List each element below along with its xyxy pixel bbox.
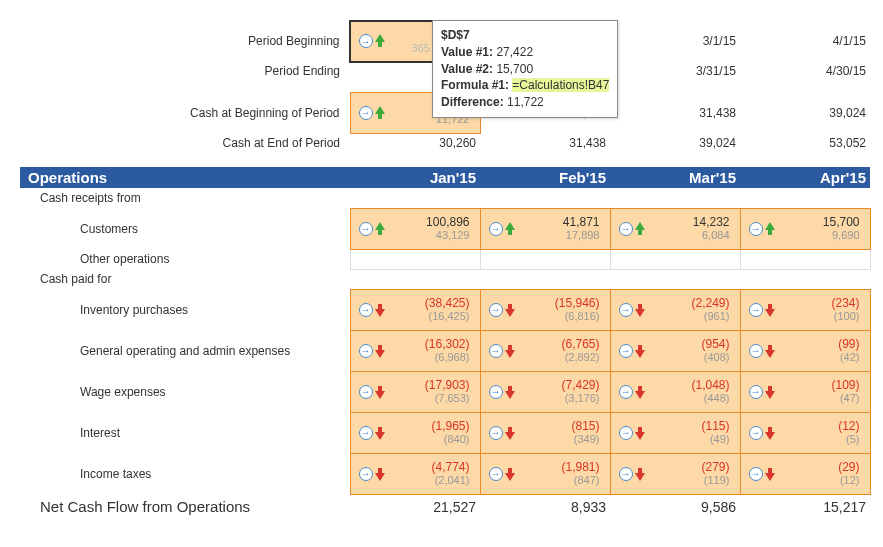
expand-icon[interactable]: →: [359, 385, 373, 399]
expand-icon[interactable]: →: [359, 467, 373, 481]
data-cell[interactable]: →(115)(49): [610, 412, 740, 453]
expand-icon[interactable]: →: [749, 426, 763, 440]
expand-icon[interactable]: →: [619, 467, 633, 481]
cell-value: (115): [701, 419, 729, 433]
cell-cash-end-mar[interactable]: 39,024: [610, 133, 740, 153]
expand-icon[interactable]: →: [619, 426, 633, 440]
data-cell[interactable]: →(7,429)(3,176): [480, 371, 610, 412]
expand-icon[interactable]: →: [489, 385, 503, 399]
expand-icon[interactable]: →: [489, 344, 503, 358]
data-cell[interactable]: →100,89643,129: [350, 208, 480, 249]
expand-icon[interactable]: →: [359, 426, 373, 440]
cell-delta: (2,892): [561, 351, 599, 364]
data-cell[interactable]: →(4,774)(2,041): [350, 453, 480, 494]
data-cell[interactable]: →(15,946)(6,816): [480, 289, 610, 330]
cell-empty[interactable]: [610, 249, 740, 269]
expand-icon[interactable]: →: [619, 344, 633, 358]
net-label: Net Cash Flow from Operations: [20, 494, 350, 517]
net-feb[interactable]: 8,933: [480, 494, 610, 517]
cell-cash-end-jan[interactable]: 30,260: [350, 133, 480, 153]
data-cell[interactable]: →14,2326,084: [610, 208, 740, 249]
arrow-down-icon: [635, 344, 645, 358]
cell-cash-end-feb[interactable]: 31,438: [480, 133, 610, 153]
data-cell[interactable]: →(6,765)(2,892): [480, 330, 610, 371]
data-cell[interactable]: →(16,302)(6,968): [350, 330, 480, 371]
cell-value: (15,946): [555, 296, 600, 310]
data-cell[interactable]: →(1,981)(847): [480, 453, 610, 494]
arrow-down-icon: [375, 467, 385, 481]
arrow-down-icon: [635, 426, 645, 440]
net-jan[interactable]: 21,527: [350, 494, 480, 517]
cell-empty[interactable]: [480, 249, 610, 269]
data-cell[interactable]: →(815)(349): [480, 412, 610, 453]
expand-icon[interactable]: →: [359, 222, 373, 236]
cell-period-begin-mar[interactable]: 3/1/15: [610, 21, 740, 62]
expand-icon[interactable]: →: [489, 303, 503, 317]
expand-icon[interactable]: →: [489, 426, 503, 440]
expand-icon[interactable]: →: [359, 344, 373, 358]
cell-period-end-mar[interactable]: 3/31/15: [610, 62, 740, 81]
cell-cash-end-apr[interactable]: 53,052: [740, 133, 870, 153]
data-cell[interactable]: →(99)(42): [740, 330, 870, 371]
cell-value: (815): [571, 419, 599, 433]
expand-icon[interactable]: →: [749, 222, 763, 236]
table-row: Other operations: [20, 249, 870, 269]
data-cell[interactable]: →(279)(119): [610, 453, 740, 494]
table-row: Interest→(1,965)(840)→(815)(349)→(115)(4…: [20, 412, 870, 453]
data-cell[interactable]: →(12)(5): [740, 412, 870, 453]
tooltip-diff: 11,722: [507, 95, 544, 109]
arrow-down-icon: [505, 385, 515, 399]
data-cell[interactable]: →(109)(47): [740, 371, 870, 412]
arrow-down-icon: [765, 467, 775, 481]
cell-delta: 43,129: [426, 229, 469, 242]
data-cell[interactable]: →(1,965)(840): [350, 412, 480, 453]
cell-value: (12): [838, 419, 859, 433]
expand-icon[interactable]: →: [749, 467, 763, 481]
cell-delta: (6,968): [425, 351, 470, 364]
cell-value: (7,429): [561, 378, 599, 392]
net-apr[interactable]: 15,217: [740, 494, 870, 517]
cell-value: 15,700: [823, 215, 860, 229]
expand-icon[interactable]: →: [619, 222, 633, 236]
cell-delta: (119): [701, 474, 729, 487]
cell-empty[interactable]: [350, 249, 480, 269]
cell-delta: (7,653): [425, 392, 470, 405]
tooltip-f1: =Calculations!B47: [512, 78, 609, 92]
expand-icon[interactable]: →: [749, 385, 763, 399]
data-cell[interactable]: →(234)(100): [740, 289, 870, 330]
data-cell[interactable]: →(954)(408): [610, 330, 740, 371]
expand-icon[interactable]: →: [619, 303, 633, 317]
data-cell[interactable]: →(17,903)(7,653): [350, 371, 480, 412]
expand-icon[interactable]: →: [489, 222, 503, 236]
data-cell[interactable]: →41,87117,898: [480, 208, 610, 249]
data-cell[interactable]: →(38,425)(16,425): [350, 289, 480, 330]
cell-delta: (408): [701, 351, 729, 364]
cell-empty[interactable]: [740, 249, 870, 269]
cell-value: 41,871: [563, 215, 600, 229]
table-row: Income taxes→(4,774)(2,041)→(1,981)(847)…: [20, 453, 870, 494]
month-feb: Feb'15: [480, 167, 610, 188]
expand-icon[interactable]: →: [359, 34, 373, 48]
cell-delta: (16,425): [425, 310, 470, 323]
expand-icon[interactable]: →: [359, 303, 373, 317]
arrow-up-icon: [635, 222, 645, 236]
net-mar[interactable]: 9,586: [610, 494, 740, 517]
cell-period-begin-apr[interactable]: 4/1/15: [740, 21, 870, 62]
table-row: Wage expenses→(17,903)(7,653)→(7,429)(3,…: [20, 371, 870, 412]
cell-cash-begin-apr[interactable]: 39,024: [740, 92, 870, 133]
expand-icon[interactable]: →: [749, 303, 763, 317]
expand-icon[interactable]: →: [359, 106, 373, 120]
cell-value: (29): [838, 460, 859, 474]
expand-icon[interactable]: →: [619, 385, 633, 399]
expand-icon[interactable]: →: [489, 467, 503, 481]
tooltip-v1: 27,422: [496, 45, 533, 59]
data-cell[interactable]: →(29)(12): [740, 453, 870, 494]
data-cell[interactable]: →(1,048)(448): [610, 371, 740, 412]
cell-cash-begin-mar[interactable]: 31,438: [610, 92, 740, 133]
expand-icon[interactable]: →: [749, 344, 763, 358]
arrow-up-icon: [375, 34, 385, 48]
cell-delta: (12): [838, 474, 859, 487]
data-cell[interactable]: →(2,249)(961): [610, 289, 740, 330]
cell-period-end-apr[interactable]: 4/30/15: [740, 62, 870, 81]
data-cell[interactable]: →15,7009,690: [740, 208, 870, 249]
